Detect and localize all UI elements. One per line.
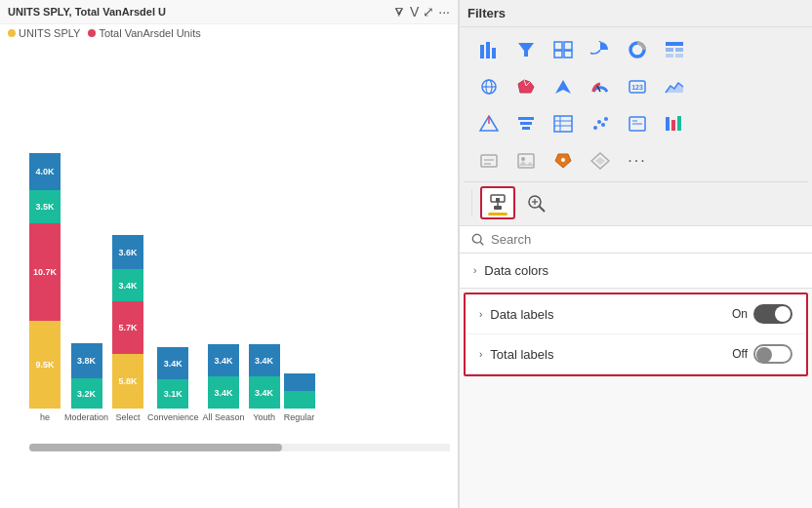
svg-rect-52 (494, 206, 502, 210)
svg-point-31 (593, 126, 597, 130)
pie-chart-icon[interactable] (583, 33, 618, 66)
data-labels-toggle-group: On (732, 304, 792, 324)
bar-label: Regular (284, 412, 315, 422)
bar-segment[interactable]: 3.4K (208, 344, 239, 376)
bar-segment[interactable]: 3.6K (112, 235, 143, 269)
svg-rect-24 (518, 117, 534, 120)
table2-icon[interactable] (546, 107, 581, 140)
analytics-icon[interactable] (519, 186, 554, 219)
bar-segment[interactable]: 3.4K (249, 376, 280, 409)
data-labels-header[interactable]: › Data labels On (466, 294, 806, 333)
decomp-tree-icon[interactable] (471, 107, 507, 140)
svg-line-54 (540, 207, 546, 213)
bar-stack: 9.5K10.7K3.5K4.0K (29, 153, 61, 409)
filter-icon[interactable]: ⛛ (392, 4, 406, 20)
svg-rect-38 (666, 117, 670, 131)
data-labels-toggle-state: On (732, 307, 748, 321)
svg-point-46 (561, 158, 565, 162)
bar-stack: 3.4K3.4K (249, 344, 280, 409)
bar-segment[interactable]: 5.7K (112, 301, 143, 354)
bar-label: he (40, 412, 50, 422)
chart-header: UNITS SPLY, Total VanArsdel U ⛛ V ⤢ ··· (0, 0, 458, 24)
shape-map-icon[interactable] (508, 70, 544, 103)
format-panel: Filters (459, 0, 812, 508)
svg-point-34 (604, 117, 608, 121)
search-icon (471, 233, 485, 247)
filled-map-icon[interactable] (546, 144, 581, 177)
textbox-icon[interactable] (471, 144, 507, 177)
visual-icon[interactable]: V (410, 4, 419, 20)
legend-dot-sply (8, 29, 16, 37)
bar-segment[interactable]: 3.5K (29, 190, 61, 223)
legend-dot-vanarsdel (88, 29, 96, 37)
bar-segment[interactable] (284, 373, 315, 391)
kpi-icon[interactable] (620, 107, 655, 140)
search-input[interactable] (491, 232, 800, 247)
area-chart-icon[interactable] (657, 70, 692, 103)
donut-icon[interactable] (620, 33, 655, 66)
svg-rect-39 (671, 120, 675, 131)
total-labels-label: Total labels (490, 347, 553, 362)
svg-text:123: 123 (631, 84, 643, 91)
scroll-indicator[interactable] (29, 444, 450, 451)
total-labels-toggle[interactable] (753, 344, 792, 364)
svg-rect-13 (675, 54, 683, 58)
data-labels-toggle[interactable] (753, 304, 792, 324)
data-colors-section: › Data colors (460, 254, 812, 289)
total-labels-toggle-state: Off (732, 347, 748, 361)
bar-segment[interactable]: 3.4K (157, 347, 188, 379)
bar-label: Youth (253, 412, 275, 422)
bar-segment[interactable] (284, 391, 315, 409)
map-filled-icon[interactable] (471, 70, 507, 103)
bar-segment[interactable]: 5.8K (112, 354, 143, 409)
expand-icon[interactable]: ⤢ (423, 4, 434, 20)
bar-segment[interactable]: 4.0K (29, 153, 61, 190)
more-visuals-icon[interactable]: ··· (620, 144, 655, 177)
format-paint-icon[interactable] (480, 186, 515, 219)
card-icon[interactable]: 123 (620, 70, 655, 103)
bar-segment[interactable]: 3.4K (112, 269, 143, 301)
bar-group: Regular (284, 373, 315, 422)
ribbon-chart-icon[interactable] (657, 107, 692, 140)
navigation-icon[interactable] (546, 70, 581, 103)
table-icon[interactable] (657, 33, 692, 66)
more-options-icon[interactable]: ··· (438, 4, 450, 20)
scatter-chart-icon[interactable] (583, 107, 618, 140)
total-labels-knob (756, 347, 772, 363)
scroll-thumb[interactable] (29, 444, 282, 451)
bar-group: 3.4K3.4KYouth (249, 344, 280, 422)
svg-rect-6 (554, 51, 562, 58)
image-icon[interactable] (508, 144, 544, 177)
total-labels-header[interactable]: › Total labels Off (466, 334, 806, 373)
icon-row-2: 123 (464, 68, 808, 105)
filter-icon-btn[interactable] (508, 33, 544, 66)
bar-segment[interactable]: 3.8K (71, 343, 102, 378)
format-sections: › Data colors › Data labels On (460, 254, 812, 508)
format-header: Filters (460, 0, 812, 27)
gauge-icon[interactable] (583, 70, 618, 103)
chart-title: UNITS SPLY, Total VanArsdel U (8, 6, 386, 18)
data-colors-header[interactable]: › Data colors (460, 254, 812, 288)
bar-segment[interactable]: 3.1K (157, 379, 188, 409)
svg-point-33 (601, 123, 605, 127)
svg-marker-48 (595, 157, 605, 165)
bar-segment[interactable]: 9.5K (29, 321, 61, 409)
svg-rect-40 (677, 116, 681, 131)
funnel-chart-icon[interactable] (508, 107, 544, 140)
diamond-icon[interactable] (583, 144, 618, 177)
chart-area: 9.5K10.7K3.5K4.0Khe3.2K3.8KModeration5.8… (0, 42, 458, 451)
bar-stack: 3.4K3.4K (208, 344, 239, 409)
svg-rect-41 (481, 155, 497, 167)
svg-rect-50 (496, 198, 500, 202)
bar-segment[interactable]: 3.2K (71, 378, 102, 409)
bar-group: 3.2K3.8KModeration (64, 343, 108, 422)
bar-segment[interactable]: 3.4K (249, 344, 280, 376)
bar-segment[interactable]: 10.7K (29, 223, 61, 321)
bar-segment[interactable]: 3.4K (208, 376, 239, 409)
svg-rect-0 (480, 45, 484, 59)
matrix-icon-btn[interactable] (546, 33, 581, 66)
data-colors-chevron: › (473, 265, 476, 276)
bar-chart-icon[interactable] (471, 33, 507, 66)
bar-label: All Season (203, 412, 245, 422)
chart-panel: UNITS SPLY, Total VanArsdel U ⛛ V ⤢ ··· … (0, 0, 459, 508)
